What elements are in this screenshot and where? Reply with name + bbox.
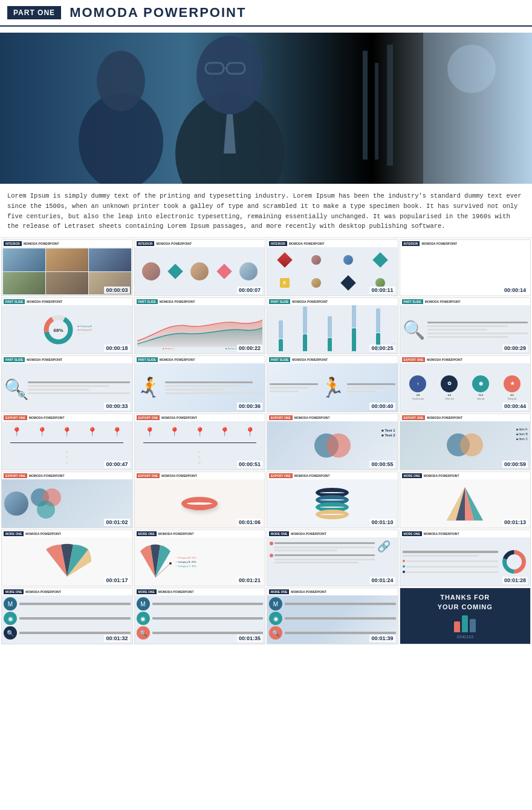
header: PART ONE MOMODA POWERPOINT (0, 0, 532, 27)
thumb-1-time: 00:00:03 (104, 287, 129, 294)
thumb-2-tag: INTERIOR (137, 241, 155, 246)
thumb-26-time: 00:01:35 (237, 635, 262, 642)
thumb-14-time: 00:00:51 (237, 461, 262, 468)
thumb-5-tag: PART SLIDE (4, 299, 25, 304)
thumb-13-tag: EXPORT ONE (4, 415, 27, 420)
thumb-24-time: 00:01:28 (502, 577, 528, 584)
thumb-22[interactable]: MORE ONE MOMODA POWERPOINT ─ Category A:… (134, 530, 266, 586)
thumb-28-content: THANKS FOR YOUR COMING 0040143 (400, 588, 531, 644)
thumb-8-tag: PART SLIDE (402, 299, 423, 304)
thumb-25[interactable]: MORE ONE MOMODA POWERPOINT M ◉ 🔍 00:01:3… (1, 588, 133, 644)
thumb-12-tag: EXPORT ONE (402, 357, 426, 362)
thumb-23[interactable]: MORE ONE MOMODA POWERPOINT (267, 530, 398, 586)
thumb-11-time: 00:00:40 (369, 403, 395, 410)
svg-point-2 (97, 51, 145, 111)
svg-point-13 (447, 45, 496, 93)
thumb-14[interactable]: EXPORT ONE MOMODA POWERPOINT 📍 📍 📍 📍 📍 (134, 413, 266, 470)
svg-rect-11 (387, 45, 393, 166)
thumb-19-tag: EXPORT ONE (269, 473, 293, 478)
svg-text:68%: 68% (54, 328, 63, 333)
thumb-28[interactable]: THANKS FOR YOUR COMING 0040143 (400, 588, 531, 644)
thumb-25-tag: MORE ONE (4, 589, 24, 594)
thumb-27[interactable]: MORE ONE MOMODA POWERPOINT M ◉ 🔍 00:01:3… (267, 588, 398, 644)
thumb-16-tag: EXPORT ONE (402, 415, 426, 420)
thumb-26-tag: MORE ONE (137, 589, 157, 594)
thumb-14-tag: EXPORT ONE (137, 415, 160, 420)
thumb-26[interactable]: MORE ONE MOMODA POWERPOINT M ◉ 🔍 00:01:3… (134, 588, 266, 644)
thumb-21[interactable]: MORE ONE MOMODA POWERPOINT 00:01:17 (1, 530, 133, 586)
thumb-25-time: 00:01:32 (104, 635, 129, 642)
thumb-2[interactable]: INTERIOR MOMODA POWERPOINT 00:00:07 (134, 239, 266, 296)
thumb-27-tag: MORE ONE (269, 589, 289, 594)
svg-point-4 (196, 36, 263, 114)
header-title: MOMODA POWERPOINT (70, 5, 246, 21)
thanks-line1: THANKS FOR (440, 593, 490, 602)
thumb-22-tag: MORE ONE (137, 531, 157, 536)
svg-rect-9 (363, 51, 368, 160)
thumb-20-tag: MORE ONE (402, 473, 422, 478)
thumb-7-tag: PART SLIDE (269, 299, 290, 304)
thumbnail-grid: INTERIOR MOMODA POWERPOINT 00:00:03 INTE… (0, 238, 532, 646)
thumb-18-time: 00:01:06 (237, 519, 262, 526)
thumb-16-time: 00:00:59 (502, 461, 528, 468)
thumb-7-time: 00:00:25 (369, 345, 395, 352)
description-text: Lorem Ipsum is simply dummy text of the … (0, 184, 532, 238)
thumb-6-tag: PART SLIDE (137, 299, 158, 304)
thumb-13-time: 00:00:47 (104, 461, 129, 468)
thumb-17-tag: EXPORT ONE (4, 473, 27, 478)
thanks-line2: YOUR COMING (438, 603, 493, 612)
thumb-15[interactable]: EXPORT ONE MOMODA POWERPOINT ■ Text 1 ■ … (267, 413, 398, 470)
thumb-4[interactable]: INTERIOR MOMODA POWERPOINT 00:00:14 (400, 239, 531, 296)
thumb-21-tag: MORE ONE (4, 531, 24, 536)
thumb-22-time: 00:01:21 (237, 577, 262, 584)
thumb-6[interactable]: PART SLIDE MOMODA POWERPOINT (134, 297, 266, 354)
thumb-19-time: 00:01:10 (369, 519, 395, 526)
thumb-21-time: 00:01:17 (104, 577, 129, 584)
part-badge: PART ONE (7, 6, 61, 19)
thumb-7[interactable]: PART SLIDE MOMODA POWERPOINT (267, 297, 398, 354)
thumb-8-time: 00:00:29 (502, 345, 528, 352)
thumb-24[interactable]: MORE ONE MOMODA POWERPOINT (400, 530, 531, 586)
thumb-9-tag: PART SLIDE (4, 357, 25, 362)
thumb-3-time: 00:00:11 (369, 287, 395, 294)
svg-point-19 (169, 562, 172, 565)
thumb-16[interactable]: EXPORT ONE MOMODA POWERPOINT ■ Item A ■ … (400, 413, 531, 470)
thumb-5-time: 00:00:18 (104, 345, 129, 352)
thumb-17-time: 00:01:02 (104, 519, 129, 526)
thumb-4-tag: INTERIOR (402, 241, 420, 246)
thumb-3[interactable]: INTERIOR MOMODA POWERPOINT E 00:00:11 (267, 239, 398, 296)
thumb-9[interactable]: PART SLIDE MOMODA POWERPOINT 🔍 🔍 00:00:3… (1, 355, 133, 412)
thumb-3-tag: INTERIOR (269, 241, 287, 246)
thumb-11[interactable]: PART SLIDE MOMODA POWERPOINT 🏃 00:00:40 (267, 355, 398, 412)
svg-rect-10 (375, 63, 378, 160)
thumb-19[interactable]: EXPORT ONE MOMODA POWERPOINT 00:01:10 (267, 471, 398, 528)
hero-image (0, 33, 532, 184)
thumb-12-time: 00:00:44 (502, 403, 528, 410)
thumb-20[interactable]: MORE ONE MOMODA POWERPOINT 00:01:13 (400, 471, 531, 528)
thumb-15-time: 00:00:55 (369, 461, 395, 468)
thumb-10-time: 00:00:36 (237, 403, 262, 410)
thumb-2-time: 00:00:07 (237, 287, 262, 294)
thumb-23-time: 00:01:24 (369, 577, 395, 584)
thumb-24-tag: MORE ONE (402, 531, 422, 536)
thumb-9-time: 00:00:33 (104, 403, 129, 410)
thumb-6-time: 00:00:22 (237, 345, 262, 352)
thumb-1[interactable]: INTERIOR MOMODA POWERPOINT 00:00:03 (1, 239, 133, 296)
thumb-11-tag: PART SLIDE (269, 357, 290, 362)
thumb-12[interactable]: EXPORT ONE MOMODA POWERPOINT f 2.8 Faceb… (400, 355, 531, 412)
thumb-17[interactable]: EXPORT ONE MOMODA POWERPOINT 00:01:02 (1, 471, 133, 528)
thumb-13[interactable]: EXPORT ONE MOMODA POWERPOINT 📍 📍 📍 📍 📍 (1, 413, 133, 470)
thumb-8[interactable]: PART SLIDE MOMODA POWERPOINT 🔍 00:00:29 (400, 297, 531, 354)
thumb-15-tag: EXPORT ONE (269, 415, 293, 420)
thumb-18-tag: EXPORT ONE (137, 473, 160, 478)
thumb-27-time: 00:01:39 (369, 635, 395, 642)
thumb-5[interactable]: PART SLIDE MOMODA POWERPOINT 68% ■ Categ… (1, 297, 133, 354)
thumb-20-time: 00:01:13 (502, 519, 528, 526)
thumb-10[interactable]: PART SLIDE MOMODA POWERPOINT 🏃 00:00:36 (134, 355, 266, 412)
thanks-code: 0040143 (457, 635, 473, 639)
thumb-1-tag: INTERIOR (4, 241, 22, 246)
thumb-4-time: 00:00:14 (502, 287, 528, 294)
thumb-18[interactable]: EXPORT ONE MOMODA POWERPOINT 00:01:06 (134, 471, 266, 528)
thumb-10-tag: PART SLIDE (137, 357, 158, 362)
thumb-23-tag: MORE ONE (269, 531, 289, 536)
